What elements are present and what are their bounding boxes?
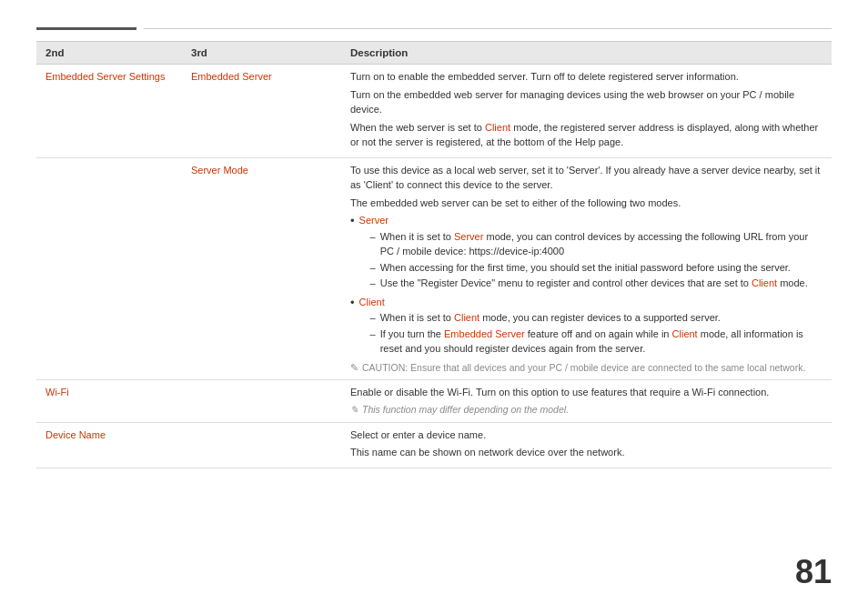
sub-item: –When it is set to Client mode, you can … xyxy=(370,310,823,326)
cell-desc-device-name: Select or enter a device name.This name … xyxy=(341,422,832,468)
caution-text: ✎CAUTION: Ensure that all devices and yo… xyxy=(350,361,823,376)
table-row: Embedded Server SettingsEmbedded ServerT… xyxy=(36,65,832,158)
note-text: ✎This function may differ depending on t… xyxy=(350,403,823,418)
sub-item: –If you turn the Embedded Server feature… xyxy=(370,327,823,357)
cell-2nd-device-name: Device Name xyxy=(36,422,182,468)
rule-thin xyxy=(144,28,832,29)
cell-desc-embedded-server: Turn on to enable the embedded server. T… xyxy=(341,65,832,158)
table-row: Device NameSelect or enter a device name… xyxy=(36,422,832,468)
cell-3rd-embedded-server: Embedded Server xyxy=(182,65,341,158)
cell-3rd-server-mode: Server Mode xyxy=(182,157,341,380)
header-col-3rd: 3rd xyxy=(182,42,341,65)
bullet-item: •Server–When it is set to Server mode, y… xyxy=(350,213,823,292)
cell-2nd-server-mode xyxy=(36,157,182,380)
sub-item: –Use the "Register Device" menu to regis… xyxy=(370,276,823,291)
header-col-desc: Description xyxy=(341,42,832,65)
top-rules xyxy=(36,27,832,30)
cell-2nd-embedded-server: Embedded Server Settings xyxy=(36,65,182,158)
table-header-row: 2nd 3rd Description xyxy=(36,42,832,65)
sub-item: –When accessing for the first time, you … xyxy=(370,260,823,276)
cell-desc-wifi: Enable or disable the Wi-Fi. Turn on thi… xyxy=(341,380,832,422)
page-container: 2nd 3rd Description Embedded Server Sett… xyxy=(0,0,868,505)
cell-3rd-device-name xyxy=(182,422,341,468)
sub-item: –When it is set to Server mode, you can … xyxy=(370,229,823,259)
table-row: Server ModeTo use this device as a local… xyxy=(36,157,832,380)
cell-2nd-wifi: Wi-Fi xyxy=(36,380,182,422)
bullet-item: •Client–When it is set to Client mode, y… xyxy=(350,295,823,357)
rule-thick xyxy=(36,27,136,30)
table-row: Wi-FiEnable or disable the Wi-Fi. Turn o… xyxy=(36,380,832,422)
main-table: 2nd 3rd Description Embedded Server Sett… xyxy=(36,41,832,468)
page-number: 81 xyxy=(795,553,832,591)
cell-3rd-wifi xyxy=(182,380,341,422)
header-col-2nd: 2nd xyxy=(36,42,182,65)
cell-desc-server-mode: To use this device as a local web server… xyxy=(341,157,832,380)
